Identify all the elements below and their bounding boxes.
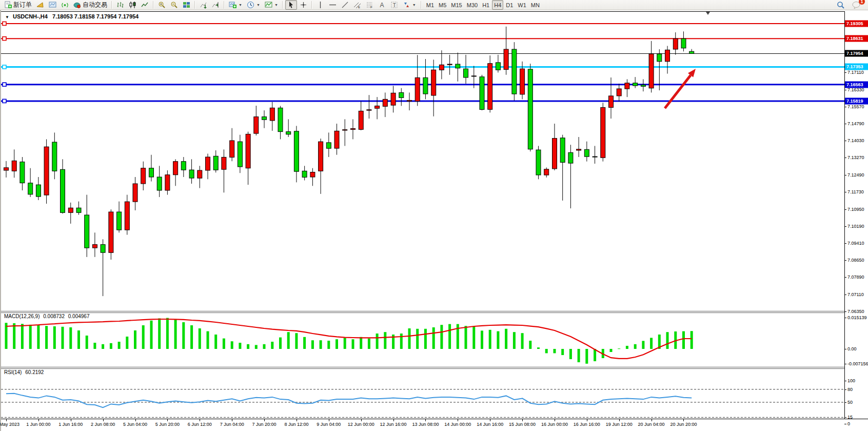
toolbar-separator [311,1,312,9]
time-label: 5 Jun 20:00 [155,422,180,427]
price-tick-label: 7.10190 [847,224,864,229]
timeframe-d1-button[interactable]: D1 [504,0,515,10]
price-tick-mark [844,260,846,261]
tile-windows-button[interactable] [181,0,192,10]
time-label: 5 Jun 04:00 [123,422,147,427]
indicators-button[interactable]: ▼ [263,0,280,10]
macd-signal-value: 0.004967 [68,314,90,319]
gold-wedge-icon [36,1,44,9]
chart-shift-marker[interactable] [706,12,710,15]
time-tick-mark [6,419,7,421]
macd-main-value: 0.008732 [43,314,65,319]
price-tick-label: 7.10950 [847,207,864,212]
price-level-label: 7.15819 [845,97,868,104]
channel-button[interactable]: E [351,0,363,10]
chevron-down-icon[interactable]: ▼ [239,3,242,7]
time-tick-mark [38,419,39,421]
price-tick-mark [844,226,846,227]
time-tick-mark [135,419,136,421]
chart-shift-button[interactable] [210,0,222,10]
zoom-in-icon [158,1,166,9]
time-label: 9 Jun 04:00 [317,422,341,427]
timeframe-h1-button[interactable]: H1 [480,0,491,10]
crosshair-button[interactable] [298,0,309,10]
zoom-out-button[interactable] [168,0,180,10]
zoom-in-button[interactable] [156,0,168,10]
chart-window-button[interactable] [47,0,58,10]
time-label: 12 Jun 00:00 [348,422,374,427]
trendline-button[interactable] [339,0,351,10]
timeframe-m5-button[interactable]: M5 [437,0,448,10]
price-tick-mark [844,402,846,403]
timeframe-m30-button[interactable]: M30 [465,0,480,10]
time-label: 20 Jun 04:00 [638,422,665,427]
trend-arrow-annotation[interactable] [665,69,696,108]
timeframe-m1-button[interactable]: M1 [424,0,436,10]
textT-icon: T [390,1,398,9]
time-label: 1 Jun 00:00 [26,422,50,427]
price-chart-pane[interactable] [1,11,844,311]
textA-icon: A [378,1,386,9]
channel-icon: E [353,1,361,9]
price-tick-label: 7.07890 [847,275,864,280]
price-tick-mark [844,72,846,73]
time-label: 16 Jun 16:00 [574,422,600,427]
signals-button[interactable] [59,0,71,10]
time-tick-mark [522,419,523,421]
price-tick-label: 7.17110 [847,70,864,75]
notifications-button[interactable]: 1 [850,0,863,10]
timeframe-label: M30 [467,2,478,8]
price-tick-mark [844,175,846,175]
price-tick-label: 7.07110 [847,292,864,297]
time-label: 2 Jun 08:00 [91,422,115,427]
bar-chart-button[interactable] [114,0,126,10]
toolbar-separator [224,1,225,9]
cursor-button[interactable] [285,0,297,10]
timeframe-w1-button[interactable]: W1 [516,0,528,10]
text-button[interactable]: A [376,0,388,10]
time-label: 15 Jun 08:00 [509,422,536,427]
fibo-button[interactable]: F [364,0,376,10]
time-label: 6 Jun 12:00 [188,422,212,427]
time-label: 19 Jun 12:00 [606,422,633,427]
price-tick-mark [844,141,846,141]
fibo-icon: F [366,1,373,9]
price-tick-label: 7.14790 [847,121,864,126]
new-order-button[interactable]: 新订单 [2,0,34,10]
collapse-caret-icon[interactable]: ▼ [5,15,9,19]
price-tick-mark [844,381,846,381]
time-tick-mark [297,419,297,421]
autotrading-button[interactable]: 自动交易 [71,0,109,10]
label-button[interactable]: T [388,0,400,10]
market-watch-button[interactable] [34,0,46,10]
macd-histogram [5,318,693,364]
chevron-down-icon[interactable]: ▼ [412,3,416,7]
line-chart-button[interactable] [139,0,151,10]
auto-scroll-button[interactable] [198,0,209,10]
time-axis[interactable]: 31 May 20231 Jun 00:001 Jun 16:002 Jun 0… [1,419,844,431]
search-button[interactable] [835,0,847,10]
vline-button[interactable] [314,0,326,10]
periods-button[interactable]: ▼ [245,0,262,10]
timeframe-h4-button[interactable]: H4 [492,0,503,10]
chevron-down-icon[interactable]: ▼ [274,3,278,7]
time-label: 14 Jun 00:00 [444,422,471,427]
horizontal-levels[interactable] [1,22,844,103]
signal-icon [61,1,69,9]
rsi-pane[interactable] [1,368,844,419]
new-chart-button[interactable]: ▼ [227,0,244,10]
candle-chart-button[interactable] [127,0,139,10]
shapes-button[interactable]: ▼ [401,0,418,10]
macd-pane[interactable] [1,312,844,366]
timeframe-label: H1 [482,2,489,8]
chevron-down-icon[interactable]: ▼ [257,3,260,7]
timeframe-m15-button[interactable]: M15 [449,0,464,10]
time-tick-mark [652,419,652,421]
hline-button[interactable] [327,0,339,10]
price-level-label: 7.17353 [845,64,868,70]
price-level-label: 7.16563 [845,81,868,88]
price-axis[interactable]: 7.171107.163307.155707.147907.140307.132… [844,10,868,431]
autoscroll-icon [200,1,207,9]
timeframe-mn-button[interactable]: MN [529,0,542,10]
time-tick-mark [103,419,104,421]
